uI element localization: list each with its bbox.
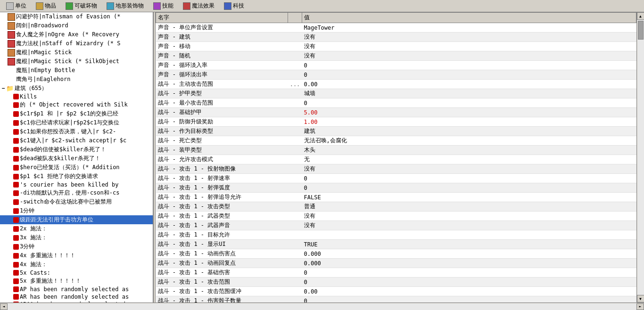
prop-value-cell: 没有 (302, 33, 636, 42)
prop-dots-cell (288, 136, 302, 146)
list-item[interactable]: 魔棍|nMagic Stick (0, 48, 153, 57)
tab-tech[interactable]: 科技 (220, 1, 248, 11)
list-item[interactable]: ARAA has been randomly selected a (0, 301, 153, 302)
scroll-down-arrow[interactable]: ▼ (637, 295, 644, 302)
scroll-track[interactable] (637, 20, 644, 295)
list-item[interactable]: 5x 多重施法！！！！！ (0, 277, 153, 286)
list-item[interactable]: AR has been randomly selected as (0, 293, 153, 301)
list-item[interactable]: $dead的信使被$killer杀死了！ (0, 145, 153, 154)
list-item[interactable]: 魔棍|nMagic Stick (* SilkObject (0, 57, 153, 66)
list-item[interactable]: $p1 $c1 拒绝了你的交换请求 (0, 172, 153, 181)
list-item[interactable]: -di功能默认为开启，使用-cson和-cs (0, 188, 153, 197)
right-vscroll[interactable]: ▲ ▼ (636, 12, 644, 302)
list-item[interactable]: $c1如果你想投否决票，键入|r $c2- (0, 127, 153, 136)
list-item[interactable]: -switch命令在这场比赛中已被禁用 (0, 197, 153, 206)
tree-item-label: 's courier has been killed by (20, 181, 119, 188)
table-row[interactable]: 战斗 - 攻击 1 - 伤害骰子数量0 (156, 296, 636, 303)
table-row[interactable]: 战斗 - 攻击 1 - 显示UITRUE (156, 240, 636, 249)
tree-item-label: Kills (20, 93, 37, 100)
table-row[interactable]: 战斗 - 死亡类型无法召唤,会腐化 (156, 136, 636, 146)
prop-name-cell: 战斗 - 主动攻击范围 (156, 80, 288, 89)
toolbar: 单位 物品 可破坏物 地形装饰物 技能 魔法效果 科技 (0, 0, 644, 12)
list-item[interactable]: $hero已经复活（买活）(* Addition (0, 163, 153, 172)
prop-dots-cell (288, 277, 302, 287)
list-item[interactable]: 2x 施法： (0, 224, 153, 233)
table-row[interactable]: 战斗 - 攻击 1 - 投射物图像没有 (156, 164, 636, 174)
scroll-thumb[interactable] (638, 21, 644, 40)
list-item[interactable]: Kills (0, 93, 153, 100)
table-row[interactable]: 战斗 - 攻击 1 - 射弹弧度0 (156, 183, 636, 193)
table-row[interactable]: 战斗 - 最小攻击范围0 (156, 98, 636, 108)
list-item[interactable]: $dead被队友$killer杀死了！ (0, 154, 153, 163)
list-item[interactable]: 级距距无法引用于击功方单位 (0, 215, 153, 224)
tree-item-label: 4x 施法： (20, 261, 47, 269)
list-item[interactable]: 3分钟 (0, 242, 153, 251)
scroll-up-arrow[interactable]: ▲ (637, 12, 644, 20)
list-item[interactable]: 5x Casts: (0, 269, 153, 277)
tab-magic[interactable]: 魔法效果 (179, 1, 219, 11)
table-row[interactable]: 战斗 - 攻击 1 - 射弹追导允许FALSE (156, 193, 636, 202)
table-row[interactable]: 战斗 - 允许攻击模式无 (156, 155, 636, 164)
prop-name-cell: 战斗 - 攻击 1 - 投射物图像 (156, 164, 288, 174)
table-row[interactable]: 战斗 - 攻击 1 - 动画伤害点0.000 (156, 249, 636, 259)
tab-dest[interactable]: 可破坏物 (61, 1, 101, 11)
table-row[interactable]: 战斗 - 攻击 1 - 基础伤害0 (156, 268, 636, 277)
red-dot-icon (13, 253, 19, 259)
table-row[interactable]: 战斗 - 攻击 1 - 射弹速率0 (156, 174, 636, 183)
list-item[interactable]: 魔力法杖|nStaff of Wizardry (* S (0, 39, 153, 48)
tab-item[interactable]: 物品 (32, 1, 60, 11)
table-row[interactable]: 战斗 - 主动攻击范围...0.00 (156, 80, 636, 89)
prop-name-cell: 战斗 - 基础护甲 (156, 108, 288, 117)
list-item[interactable]: 魔瓶|nEmpty Bottle (0, 66, 153, 75)
prop-dots-cell (288, 212, 302, 221)
tab-deco[interactable]: 地形装饰物 (102, 1, 148, 11)
table-row[interactable]: 声音 - 单位声音设置MageTower (156, 23, 636, 33)
list-item[interactable]: 4x 施法： (0, 260, 153, 269)
tree-item-label: $dead的信使被$killer杀死了！ (20, 146, 106, 154)
table-row[interactable]: 战斗 - 护甲类型城墙 (156, 89, 636, 98)
list-item[interactable]: AP has been randomly selected as (0, 286, 153, 293)
table-row[interactable]: 战斗 - 防御升级奖励1.00 (156, 117, 636, 127)
tab-skill[interactable]: 技能 (149, 1, 178, 11)
list-item[interactable]: 鹰角弓|nEaglehorn (0, 75, 153, 84)
list-item[interactable]: 闪避护符|nTalisman of Evasion (* (0, 12, 153, 21)
table-row[interactable]: 声音 - 移动没有 (156, 42, 636, 51)
list-item[interactable]: 1分钟 (0, 206, 153, 215)
table-row[interactable]: 战斗 - 攻击 1 - 武器类型没有 (156, 212, 636, 221)
list-item[interactable]: 的 (* Object recovered with Silk (0, 100, 153, 109)
props-scroll[interactable]: 名字 值 声音 - 单位声音设置MageTower声音 - 建筑没有声音 - 移… (156, 12, 636, 302)
prop-name-cell: 战斗 - 攻击 1 - 攻击类型 (156, 202, 288, 212)
list-item[interactable]: 4x 多重施法！！！！ (0, 251, 153, 260)
list-item[interactable]: 3x 施法： (0, 233, 153, 242)
tree-item-label: 食人魔之斧|nOgre Axe (* Recovery (16, 31, 119, 39)
table-row[interactable]: 战斗 - 作为目标类型建筑 (156, 127, 636, 136)
list-item[interactable]: 阔剑|nBroadsword (0, 21, 153, 30)
list-item[interactable]: $c1r$p1 和 |r $p2 $c1的交换已经 (0, 109, 153, 118)
prop-value-cell: 5.00 (302, 108, 636, 117)
tab-unit[interactable]: 单位 (2, 1, 31, 11)
list-item[interactable]: $c1键入|r $c2-switch accept|r $c (0, 136, 153, 145)
table-row[interactable]: 声音 - 循环淡入率0 (156, 61, 636, 70)
list-item[interactable]: 食人魔之斧|nOgre Axe (* Recovery (0, 30, 153, 39)
list-item[interactable]: −📁建筑（655） (0, 84, 153, 93)
hscroll-track[interactable] (8, 303, 636, 310)
list-item[interactable]: 's courier has been killed by (0, 181, 153, 188)
hscroll-right-arrow[interactable]: ► (636, 303, 644, 310)
table-row[interactable]: 战斗 - 攻击 1 - 目标允许 (156, 230, 636, 240)
prop-dots-cell (288, 230, 302, 240)
prop-name-cell: 战斗 - 允许攻击模式 (156, 155, 288, 164)
list-item[interactable]: $c1你已经请求玩家|r$p2$c1与交换位 (0, 118, 153, 127)
left-panel[interactable]: 闪避护符|nTalisman of Evasion (*阔剑|nBroadswo… (0, 12, 153, 302)
table-row[interactable]: 战斗 - 基础护甲5.00 (156, 108, 636, 117)
red-dot-icon (13, 302, 19, 302)
table-row[interactable]: 战斗 - 攻击 1 - 武器声音没有 (156, 221, 636, 230)
table-row[interactable]: 声音 - 随机没有 (156, 51, 636, 61)
table-row[interactable]: 声音 - 循环淡出率0 (156, 70, 636, 80)
table-row[interactable]: 战斗 - 装甲类型木头 (156, 146, 636, 155)
table-row[interactable]: 声音 - 建筑没有 (156, 33, 636, 42)
table-row[interactable]: 战斗 - 攻击 1 - 攻击范围缓冲0.00 (156, 287, 636, 296)
table-row[interactable]: 战斗 - 攻击 1 - 攻击范围0 (156, 277, 636, 287)
table-row[interactable]: 战斗 - 攻击 1 - 动画回复点0.000 (156, 259, 636, 268)
hscroll-left-arrow[interactable]: ◄ (0, 303, 8, 310)
table-row[interactable]: 战斗 - 攻击 1 - 攻击类型普通 (156, 202, 636, 212)
